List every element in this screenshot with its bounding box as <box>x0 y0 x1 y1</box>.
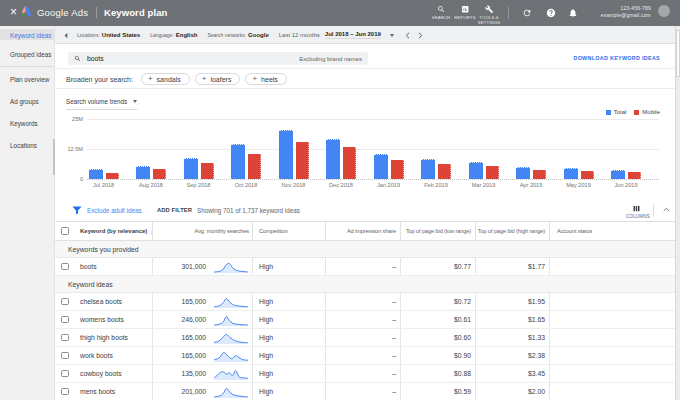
row-checkbox[interactable] <box>55 311 75 328</box>
cell-bid-low: $0.59 <box>400 383 475 400</box>
row-checkbox[interactable] <box>55 383 75 400</box>
bar-mobile-dec-2018[interactable] <box>343 147 356 179</box>
cell-keyword: boots <box>75 258 152 275</box>
exclude-adult-ideas-link[interactable]: Exclude adult ideas <box>87 207 142 214</box>
bar-mobile-jun-2019[interactable] <box>628 172 641 179</box>
download-keyword-ideas-link[interactable]: DOWNLOAD KEYWORD IDEAS <box>573 55 660 61</box>
cell-searches: 301,000 <box>152 258 252 275</box>
tools-settings-nav-button[interactable]: TOOLS & SETTINGS <box>477 5 501 26</box>
col-header-searches[interactable]: Avg. monthly searches <box>152 222 252 240</box>
bar-mobile-feb-2019[interactable] <box>438 164 451 179</box>
notifications-bell-icon[interactable] <box>568 8 578 18</box>
close-icon[interactable]: × <box>8 5 19 20</box>
sparkline-chart <box>213 333 249 345</box>
bar-mobile-jan-2019[interactable] <box>391 160 404 179</box>
add-filter-button[interactable]: ADD FILTER <box>157 207 192 213</box>
row-checkbox[interactable] <box>55 258 75 275</box>
settings-toolbar: Locations:United StatesLanguage:EnglishS… <box>55 26 680 44</box>
columns-button[interactable]: COLUMNS <box>626 204 646 219</box>
bar-mobile-may-2019[interactable] <box>581 171 594 179</box>
cell-ad-share: – <box>325 293 400 310</box>
help-icon[interactable] <box>546 8 556 18</box>
cell-account-status <box>549 311 680 328</box>
bar-total-dec-2018[interactable] <box>326 139 340 179</box>
toolbar-setting-0[interactable]: Locations:United States <box>77 32 140 38</box>
reports-nav-button[interactable]: REPORTS <box>453 5 477 20</box>
avatar[interactable] <box>658 5 670 17</box>
select-all-checkbox[interactable] <box>55 222 75 240</box>
bar-mobile-mar-2019[interactable] <box>486 166 499 179</box>
cell-competition: High <box>252 329 325 346</box>
sidebar-item-keywords[interactable]: Keywords <box>0 113 54 135</box>
toolbar-setting-1[interactable]: Language:English <box>150 32 197 38</box>
bar-total-feb-2019[interactable] <box>421 159 435 179</box>
col-header-keyword[interactable]: Keyword (by relevance)↓ <box>75 222 152 240</box>
sidebar-item-grouped-ideas[interactable]: Grouped ideas <box>0 45 54 64</box>
page-scrollbar-thumb[interactable] <box>676 30 680 77</box>
bar-mobile-sep-2018[interactable] <box>201 163 214 179</box>
chart-plot-area: 25M12.5M0Jul 2018Aug 2018Sep 2018Oct 201… <box>87 117 659 196</box>
bar-mobile-aug-2018[interactable] <box>153 169 166 179</box>
sidebar-item-keyword-ideas[interactable]: Keyword ideas <box>0 26 54 45</box>
col-header-account-status[interactable]: Account status <box>549 222 680 240</box>
row-checkbox[interactable] <box>55 329 75 346</box>
refresh-icon[interactable] <box>522 8 532 18</box>
legend-swatch-total <box>606 110 611 115</box>
search-nav-button[interactable]: SEARCH <box>429 5 453 20</box>
sidebar-scrollbar-thumb[interactable] <box>53 139 55 175</box>
bar-total-apr-2019[interactable] <box>516 167 530 179</box>
cell-competition: High <box>252 365 325 382</box>
showing-count-text: Showing 701 of 1,737 keyword ideas <box>197 207 300 214</box>
next-period-icon[interactable] <box>418 32 423 39</box>
filter-bar-divider <box>653 204 654 217</box>
cell-bid-low: $0.61 <box>400 311 475 328</box>
cell-competition: High <box>252 347 325 364</box>
google-ads-logo-icon <box>19 4 33 19</box>
cell-searches: 165,000 <box>152 293 252 310</box>
bar-total-may-2019[interactable] <box>564 168 578 179</box>
bar-total-jun-2019[interactable] <box>611 170 625 179</box>
bar-total-mar-2019[interactable] <box>469 162 483 179</box>
col-header-bid-high[interactable]: Top of page bid (high range) <box>475 222 549 240</box>
broaden-chip-loafers[interactable]: +loafers <box>195 73 241 85</box>
bar-mobile-jul-2018[interactable] <box>106 173 119 179</box>
collapse-chevron-icon[interactable] <box>663 207 670 212</box>
sidebar: Keyword ideasGrouped ideas Plan overview… <box>0 26 55 400</box>
row-checkbox[interactable] <box>55 365 75 382</box>
date-range-label: Last 12 months <box>279 32 320 38</box>
cell-bid-high: $3.45 <box>475 365 549 382</box>
col-header-competition[interactable]: Competition <box>252 222 325 240</box>
chart-xtick: Sep 2018 <box>179 182 219 188</box>
col-header-bid-low[interactable]: Top of page bid (low range) <box>400 222 475 240</box>
bar-mobile-apr-2019[interactable] <box>533 170 546 179</box>
toolbar-setting-2[interactable]: Search networks:Google <box>207 32 268 38</box>
prev-period-icon[interactable] <box>405 32 410 39</box>
cell-keyword: thigh high boots <box>75 329 152 346</box>
bar-total-jul-2018[interactable] <box>89 169 103 179</box>
bar-total-jan-2019[interactable] <box>374 154 388 179</box>
date-range-value[interactable]: Jul 2018 – Jun 2019 <box>325 31 381 39</box>
checkbox-icon <box>61 263 69 271</box>
chart-baseline <box>87 179 659 180</box>
col-header-ad-share[interactable]: Ad impression share <box>325 222 400 240</box>
chart-title-dropdown[interactable]: Search volume trends <box>66 98 137 110</box>
sidebar-item-ad-groups[interactable]: Ad groups <box>0 91 54 113</box>
cell-bid-high: $1.95 <box>475 293 549 310</box>
broaden-chip-sandals[interactable]: +sandals <box>141 73 190 85</box>
bar-total-nov-2018[interactable] <box>279 130 293 179</box>
bar-total-aug-2018[interactable] <box>136 166 150 179</box>
bar-mobile-oct-2018[interactable] <box>248 154 261 179</box>
sidebar-item-plan-overview[interactable]: Plan overview <box>0 69 54 91</box>
page-scrollbar[interactable] <box>675 26 680 400</box>
broaden-chip-heels[interactable]: +heels <box>245 73 286 85</box>
row-checkbox[interactable] <box>55 293 75 310</box>
bar-mobile-nov-2018[interactable] <box>296 142 309 179</box>
back-arrow-icon[interactable] <box>63 32 69 39</box>
sidebar-item-locations[interactable]: Locations <box>0 135 54 157</box>
bar-total-sep-2018[interactable] <box>184 158 198 179</box>
cell-bid-high: $1.65 <box>475 311 549 328</box>
keyword-search-input[interactable]: boots Excluding brand names <box>68 52 368 65</box>
cell-keyword: mens boots <box>75 383 152 400</box>
row-checkbox[interactable] <box>55 347 75 364</box>
bar-total-oct-2018[interactable] <box>231 144 245 179</box>
